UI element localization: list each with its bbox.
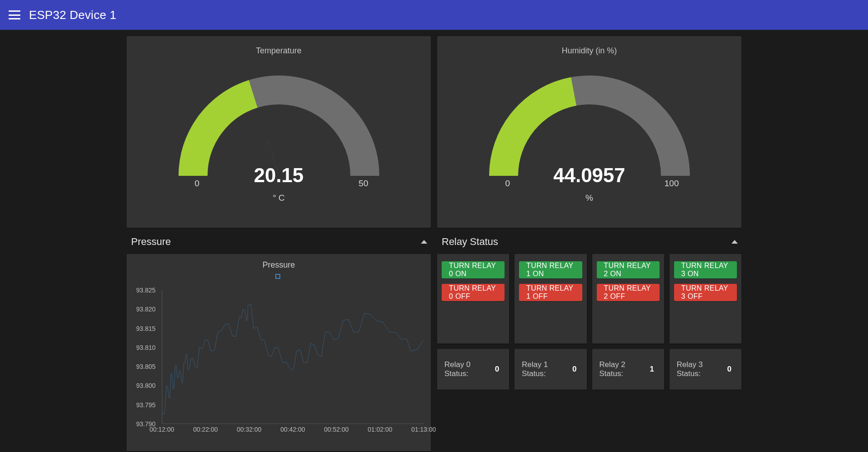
relay-1-off-button[interactable]: TURN RELAY 1 OFF xyxy=(519,284,582,301)
relay-section-title: Relay Status xyxy=(442,236,498,248)
pressure-section-title: Pressure xyxy=(131,236,171,248)
collapse-icon[interactable] xyxy=(731,240,738,244)
y-tick: 93.795 xyxy=(136,401,156,409)
relay-cell-0: TURN RELAY 0 ONTURN RELAY 0 OFF xyxy=(437,254,509,344)
relay-2-on-button[interactable]: TURN RELAY 2 ON xyxy=(597,261,660,278)
humidity-gauge-panel: Humidity (in %) 44.0957 0 100 % xyxy=(437,36,741,228)
x-tick: 01:13:00 xyxy=(411,426,436,433)
relay-0-on-button[interactable]: TURN RELAY 0 ON xyxy=(442,261,505,278)
relay-cell-2: TURN RELAY 2 ONTURN RELAY 2 OFF xyxy=(592,254,664,344)
relay-0-off-button[interactable]: TURN RELAY 0 OFF xyxy=(442,284,505,301)
relay-grid: TURN RELAY 0 ONTURN RELAY 0 OFFTURN RELA… xyxy=(437,254,741,390)
pressure-chart-legend xyxy=(133,273,425,280)
relay-2-status-label: Relay 2 Status: xyxy=(599,360,644,378)
x-tick: 00:22:00 xyxy=(193,426,218,433)
pressure-section-header[interactable]: Pressure xyxy=(127,230,431,254)
relay-cell-1: TURN RELAY 1 ONTURN RELAY 1 OFF xyxy=(514,254,586,344)
app-header: ESP32 Device 1 xyxy=(0,0,868,30)
relay-section-header[interactable]: Relay Status xyxy=(437,230,741,254)
x-tick: 01:02:00 xyxy=(368,426,392,433)
relay-1-on-button[interactable]: TURN RELAY 1 ON xyxy=(519,261,582,278)
relay-1-status-label: Relay 1 Status: xyxy=(522,360,566,378)
temperature-gauge-title: Temperature xyxy=(140,46,417,56)
temperature-gauge-min: 0 xyxy=(195,179,200,188)
humidity-gauge-title: Humidity (in %) xyxy=(451,46,728,56)
y-tick: 93.805 xyxy=(136,363,156,370)
relay-3-on-button[interactable]: TURN RELAY 3 ON xyxy=(674,261,737,278)
y-tick: 93.820 xyxy=(136,306,156,313)
page-title: ESP32 Device 1 xyxy=(29,8,117,22)
pressure-chart-plot[interactable] xyxy=(162,290,424,424)
humidity-gauge-min: 0 xyxy=(505,179,510,188)
menu-icon[interactable] xyxy=(8,9,21,21)
relay-3-status: Relay 3 Status:0 xyxy=(670,349,741,390)
relay-1-status-value: 0 xyxy=(572,365,576,374)
x-tick: 00:12:00 xyxy=(150,426,175,433)
humidity-gauge: 44.0957 0 100 % xyxy=(481,58,698,176)
y-tick: 93.810 xyxy=(136,344,156,351)
relay-1-status: Relay 1 Status:0 xyxy=(514,349,586,390)
pressure-chart-title: Pressure xyxy=(133,260,425,270)
x-tick: 00:52:00 xyxy=(324,426,349,433)
relay-3-status-label: Relay 3 Status: xyxy=(677,360,721,378)
relay-0-status-value: 0 xyxy=(495,365,499,374)
relay-0-status: Relay 0 Status:0 xyxy=(437,349,509,390)
y-tick: 93.800 xyxy=(136,382,156,389)
humidity-gauge-unit: % xyxy=(481,193,698,203)
collapse-icon[interactable] xyxy=(421,240,427,244)
humidity-gauge-max: 100 xyxy=(665,179,679,188)
temperature-gauge-panel: Temperature 20.15 0 50 ° C xyxy=(127,36,431,228)
temperature-gauge-value: 20.15 xyxy=(170,164,387,187)
pressure-chart-panel: Pressure 93.79093.79593.80093.80593.8109… xyxy=(127,254,431,451)
x-tick: 00:32:00 xyxy=(237,426,262,433)
temperature-gauge: 20.15 0 50 ° C xyxy=(170,58,387,176)
relay-2-off-button[interactable]: TURN RELAY 2 OFF xyxy=(597,284,660,301)
relay-3-off-button[interactable]: TURN RELAY 3 OFF xyxy=(674,284,737,301)
relay-2-status-value: 1 xyxy=(650,365,654,374)
relay-0-status-label: Relay 0 Status: xyxy=(444,360,489,378)
y-tick: 93.825 xyxy=(136,287,156,294)
temperature-gauge-max: 50 xyxy=(359,179,368,188)
relay-2-status: Relay 2 Status:1 xyxy=(592,349,664,390)
relay-cell-3: TURN RELAY 3 ONTURN RELAY 3 OFF xyxy=(670,254,741,344)
x-tick: 00:42:00 xyxy=(280,426,305,433)
relay-3-status-value: 0 xyxy=(727,365,731,374)
temperature-gauge-unit: ° C xyxy=(170,193,387,203)
y-tick: 93.815 xyxy=(136,325,156,332)
